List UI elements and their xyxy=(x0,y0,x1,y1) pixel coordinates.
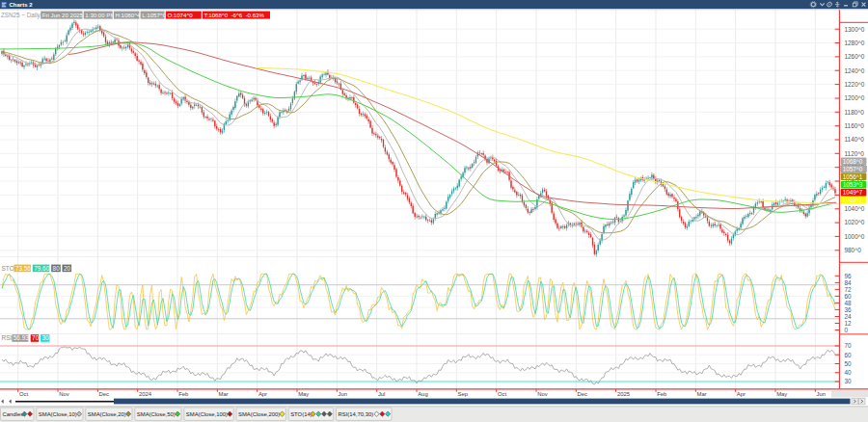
svg-text:1260^0: 1260^0 xyxy=(845,53,865,60)
svg-text:Oct: Oct xyxy=(498,391,507,397)
svg-text:60: 60 xyxy=(845,352,853,358)
svg-text:Nov: Nov xyxy=(537,391,548,397)
svg-text:L:1057^0: L:1057^0 xyxy=(142,12,166,18)
svg-text:May: May xyxy=(776,391,787,397)
svg-text:STO: STO xyxy=(2,265,14,272)
svg-text:Apr: Apr xyxy=(258,391,267,397)
svg-text:1280^0: 1280^0 xyxy=(845,40,865,46)
svg-text:Feb: Feb xyxy=(657,391,667,397)
svg-text:Jun: Jun xyxy=(339,391,348,397)
svg-text:79.60: 79.60 xyxy=(34,265,49,272)
svg-text:1057^0: 1057^0 xyxy=(843,166,863,172)
svg-text:May: May xyxy=(298,391,309,397)
svg-text:40: 40 xyxy=(845,369,853,376)
svg-text:SMA(Close,200): SMA(Close,200) xyxy=(238,411,280,417)
svg-text:1000^0: 1000^0 xyxy=(845,233,865,240)
svg-text:12: 12 xyxy=(845,320,853,327)
svg-text:H:1080^4: H:1080^4 xyxy=(116,12,142,18)
svg-text:Apr: Apr xyxy=(737,391,746,397)
svg-text:20: 20 xyxy=(64,265,71,272)
svg-text:SMA(Close,50): SMA(Close,50) xyxy=(137,411,176,417)
svg-text:SMA(Close,20): SMA(Close,20) xyxy=(88,411,126,417)
svg-text:84: 84 xyxy=(845,279,853,286)
svg-text:ZSN25 ~ Daily: ZSN25 ~ Daily xyxy=(1,12,41,19)
svg-text:RSI(14,70,30): RSI(14,70,30) xyxy=(339,411,374,417)
svg-text:1040^0: 1040^0 xyxy=(845,205,865,212)
svg-text:STO(14): STO(14) xyxy=(290,411,312,417)
svg-text:80: 80 xyxy=(53,265,61,272)
svg-text:980^0: 980^0 xyxy=(845,247,862,253)
svg-text:56.93: 56.93 xyxy=(14,334,29,341)
svg-text:96: 96 xyxy=(845,273,853,279)
svg-text:Oct: Oct xyxy=(19,391,29,397)
svg-text:Sep: Sep xyxy=(458,391,469,397)
svg-text:Jul: Jul xyxy=(378,391,386,397)
svg-text:Dec: Dec xyxy=(99,391,110,397)
svg-text:1048^1: 1048^1 xyxy=(843,197,863,203)
svg-text:Candles: Candles xyxy=(3,411,24,417)
svg-text:2025: 2025 xyxy=(617,391,631,397)
svg-text:30: 30 xyxy=(845,378,853,384)
svg-text:Aug: Aug xyxy=(418,391,427,397)
svg-text:Nov: Nov xyxy=(59,391,69,397)
svg-text:SMA(Close,100): SMA(Close,100) xyxy=(186,411,228,417)
svg-text:1068^0: 1068^0 xyxy=(843,158,863,165)
svg-text:Dec: Dec xyxy=(578,391,588,397)
svg-text:30: 30 xyxy=(41,334,49,341)
svg-text:36: 36 xyxy=(845,306,853,313)
svg-text:70: 70 xyxy=(32,334,40,341)
svg-text:60: 60 xyxy=(845,293,853,300)
svg-text:1056^1: 1056^1 xyxy=(843,173,863,180)
svg-text:T:1068^0 -6^6 -0.63%: T:1068^0 -6^6 -0.63% xyxy=(204,12,265,18)
svg-text:72: 72 xyxy=(845,286,853,293)
svg-text:RSI: RSI xyxy=(2,334,13,341)
svg-text:1240^0: 1240^0 xyxy=(845,67,865,74)
svg-text:1:30:00 PM: 1:30:00 PM xyxy=(85,12,115,18)
svg-text:1300^0: 1300^0 xyxy=(845,26,865,33)
svg-text:Feb: Feb xyxy=(178,391,189,397)
svg-text:1220^0: 1220^0 xyxy=(845,81,865,88)
svg-text:1180^0: 1180^0 xyxy=(845,109,865,116)
svg-text:0: 0 xyxy=(845,327,849,333)
svg-text:Mar: Mar xyxy=(697,391,707,397)
svg-text:70: 70 xyxy=(845,342,853,349)
svg-text:50: 50 xyxy=(845,360,853,367)
svg-text:Mar: Mar xyxy=(219,391,229,397)
svg-text:48: 48 xyxy=(845,300,853,306)
svg-text:2024: 2024 xyxy=(139,391,152,397)
svg-text:1120^0: 1120^0 xyxy=(845,150,865,157)
svg-text:1160^0: 1160^0 xyxy=(845,122,865,129)
svg-text:1049^7: 1049^7 xyxy=(843,189,863,196)
svg-text:O:1074^0: O:1074^0 xyxy=(167,12,193,18)
svg-text:Jun: Jun xyxy=(817,391,827,397)
svg-text:1053^3: 1053^3 xyxy=(843,181,863,188)
svg-text:1200^0: 1200^0 xyxy=(845,94,865,101)
svg-text:73.56: 73.56 xyxy=(15,265,31,272)
svg-text:1140^0: 1140^0 xyxy=(845,136,865,143)
svg-text:SMA(Close,10): SMA(Close,10) xyxy=(39,411,77,417)
svg-text:1020^0: 1020^0 xyxy=(845,219,865,225)
svg-text:Fri Jun 20 2025: Fri Jun 20 2025 xyxy=(42,12,84,18)
svg-text:24: 24 xyxy=(845,313,853,320)
svg-text:Charts 2: Charts 2 xyxy=(10,2,34,8)
